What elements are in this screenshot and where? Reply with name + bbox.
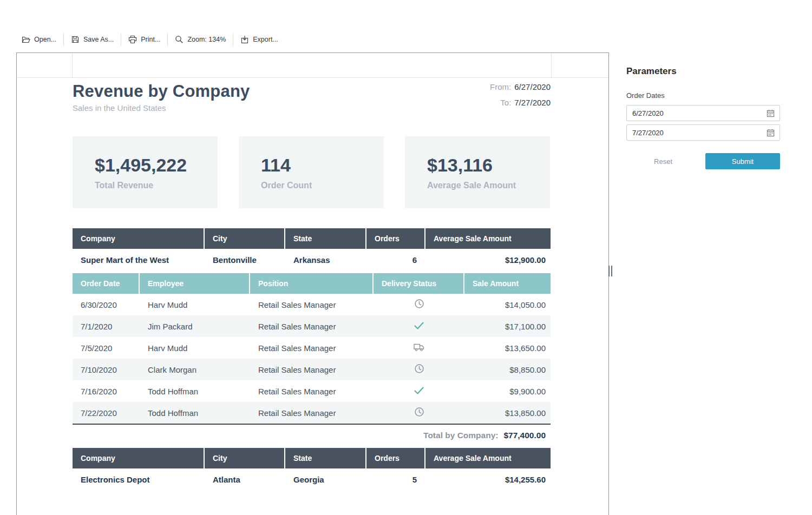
employee: Harv Mudd xyxy=(140,300,250,309)
save-icon xyxy=(71,35,80,44)
total-value: $77,400.00 xyxy=(503,431,546,440)
report-header: Revenue by Company Sales in the United S… xyxy=(73,78,551,113)
company-name: Electronics Depot xyxy=(73,475,205,484)
to-line: To:7/27/2020 xyxy=(490,95,551,110)
report-date-range: From:6/27/2020 To:7/27/2020 xyxy=(490,79,551,110)
order-date: 7/5/2020 xyxy=(73,344,140,353)
printer-icon xyxy=(128,35,137,44)
delivery-status-cell xyxy=(374,407,464,419)
order-date: 6/30/2020 xyxy=(73,300,140,309)
position: Retail Sales Manager xyxy=(250,408,374,418)
company-table-header: Company City State Orders Average Sale A… xyxy=(73,228,551,249)
position: Retail Sales Manager xyxy=(250,300,374,309)
company-name: Super Mart of the West xyxy=(73,255,205,265)
zoom-label: Zoom: 134% xyxy=(187,36,226,43)
calendar-icon[interactable] xyxy=(767,109,775,117)
parameters-title: Parameters xyxy=(626,66,780,77)
print-button[interactable]: Print... xyxy=(121,32,167,47)
date-to-field[interactable] xyxy=(626,124,780,141)
clock-icon xyxy=(414,299,424,311)
save-as-label: Save As... xyxy=(83,36,114,43)
export-button[interactable]: Export... xyxy=(233,32,285,47)
detail-row: 7/10/2020 Clark Morgan Retail Sales Mana… xyxy=(73,359,551,380)
export-label: Export... xyxy=(253,36,278,43)
employee: Clark Morgan xyxy=(140,365,250,374)
header-company: Company xyxy=(73,228,205,249)
detail-row: 7/5/2020 Harv Mudd Retail Sales Manager … xyxy=(73,337,551,359)
zoom-button[interactable]: Zoom: 134% xyxy=(168,32,233,47)
order-dates-label: Order Dates xyxy=(626,91,780,100)
delivery-status-cell xyxy=(374,321,464,332)
date-from-field[interactable] xyxy=(626,105,780,121)
sale-amount: $9,900.00 xyxy=(464,387,551,396)
from-value: 6/27/2020 xyxy=(514,82,551,91)
order-date: 7/22/2020 xyxy=(73,408,140,418)
from-line: From:6/27/2020 xyxy=(490,79,551,95)
kpi-label: Order Count xyxy=(261,181,384,190)
header-state: State xyxy=(285,228,366,249)
margin-guide-right xyxy=(551,53,552,77)
employee: Jim Packard xyxy=(140,322,250,331)
panel-splitter-handle[interactable] xyxy=(608,266,612,276)
header-employee: Employee xyxy=(140,273,250,294)
company-group-row: Electronics Depot Atlanta Georgia 5 $14,… xyxy=(73,468,551,490)
detail-row: 6/30/2020 Harv Mudd Retail Sales Manager… xyxy=(73,294,551,315)
magnifier-icon xyxy=(175,35,184,44)
open-button[interactable]: Open... xyxy=(22,32,63,47)
kpi-value: 114 xyxy=(261,155,384,176)
position: Retail Sales Manager xyxy=(250,322,374,331)
order-date: 7/16/2020 xyxy=(73,387,140,396)
submit-button[interactable]: Submit xyxy=(705,153,780,169)
check-icon xyxy=(414,321,424,332)
reset-button[interactable]: Reset xyxy=(654,157,672,166)
report-content: Revenue by Company Sales in the United S… xyxy=(73,78,551,490)
page-margin-guides xyxy=(17,53,608,78)
parameters-panel: Parameters Order Dates Reset Submit xyxy=(626,66,780,169)
save-as-button[interactable]: Save As... xyxy=(64,32,121,47)
position: Retail Sales Manager xyxy=(250,387,374,396)
kpi-label: Total Revenue xyxy=(95,181,218,190)
toolbar: Open... Save As... Print... Zoom: 134% E… xyxy=(22,30,285,49)
margin-guide-left xyxy=(72,53,73,77)
kpi-label: Average Sale Amount xyxy=(427,181,550,190)
kpi-order-count: 114 Order Count xyxy=(239,136,384,208)
sale-amount: $14,050.00 xyxy=(464,300,551,309)
sale-amount: $17,100.00 xyxy=(464,322,551,331)
kpi-average-sale: $13,116 Average Sale Amount xyxy=(405,136,550,208)
header-avg-sale: Average Sale Amount xyxy=(425,448,551,468)
position: Retail Sales Manager xyxy=(250,344,374,353)
delivery-status-cell xyxy=(374,299,464,311)
header-avg-sale: Average Sale Amount xyxy=(425,228,551,249)
company-orders: 5 xyxy=(366,475,425,484)
detail-row: 7/16/2020 Todd Hoffman Retail Sales Mana… xyxy=(73,380,551,402)
kpi-value: $1,495,222 xyxy=(95,155,218,176)
parameters-actions: Reset Submit xyxy=(626,153,780,169)
truck-icon xyxy=(413,342,425,354)
delivery-status-cell xyxy=(374,364,464,375)
date-to-input[interactable] xyxy=(632,129,767,137)
date-from-input[interactable] xyxy=(632,109,767,117)
export-icon xyxy=(240,35,249,44)
kpi-total-revenue: $1,495,222 Total Revenue xyxy=(73,136,218,208)
delivery-status-cell xyxy=(374,342,464,354)
company-orders: 6 xyxy=(366,255,425,265)
employee: Todd Hoffman xyxy=(140,387,250,396)
company-city: Bentonville xyxy=(205,255,285,265)
header-delivery-status: Delivery Status xyxy=(374,273,464,294)
employee: Todd Hoffman xyxy=(140,408,250,418)
company-table-header: Company City State Orders Average Sale A… xyxy=(73,448,551,468)
detail-table-header: Order Date Employee Position Delivery St… xyxy=(73,273,551,294)
print-label: Print... xyxy=(141,36,160,43)
calendar-icon[interactable] xyxy=(767,129,775,137)
open-label: Open... xyxy=(34,36,56,43)
detail-table: 6/30/2020 Harv Mudd Retail Sales Manager… xyxy=(73,294,551,425)
company-state: Georgia xyxy=(285,475,366,484)
company-state: Arkansas xyxy=(285,255,366,265)
sale-amount: $13,850.00 xyxy=(464,408,551,418)
clock-icon xyxy=(414,407,424,419)
delivery-status-cell xyxy=(374,386,464,397)
check-icon xyxy=(414,386,424,397)
header-orders: Orders xyxy=(366,448,425,468)
total-label: Total by Company: xyxy=(423,431,498,440)
to-value: 7/27/2020 xyxy=(514,98,551,107)
